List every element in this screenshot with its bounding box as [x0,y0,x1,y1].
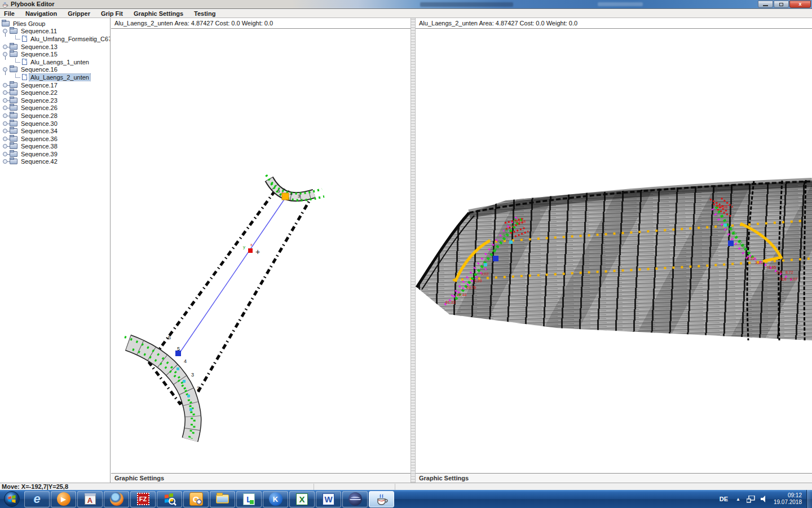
expand-handle-icon[interactable] [3,152,7,156]
plies-tree[interactable]: Plies Group Sequence.11 Alu_Umfang_Forms… [0,18,111,483]
blue-marker-right[interactable] [728,240,734,246]
menu-file[interactable]: File [0,10,21,17]
expand-handle-icon[interactable] [3,90,7,95]
top-mark-5: 5 [277,189,280,194]
menu-graphic-settings[interactable]: Graphic Settings [130,10,190,17]
taskbar-text-editor[interactable]: A [77,491,103,507]
titlebar[interactable]: Plybook Editor x [0,0,812,9]
show-desktop-button[interactable] [806,490,812,508]
tree-item-plies-group[interactable]: Plies Group [0,20,110,28]
tree-item-sequence-15[interactable]: Sequence.15 [0,50,110,58]
menu-gripper[interactable]: Gripper [64,10,97,17]
viewport-3d-canvas[interactable]: 83,84 9,02 9,99 69,76 47,44 81,33 44,08 … [416,29,812,473]
expand-handle-icon[interactable] [3,45,7,49]
tree-label: Sequence.39 [20,151,59,157]
volume-icon[interactable] [758,496,770,502]
tree-label: Alu_Laengs_1_unten [29,59,90,65]
tree-label: Sequence.28 [20,112,59,119]
tree-item-alu-laengs-2[interactable]: Alu_Laengs_2_unten [0,73,110,81]
network-icon[interactable] [744,496,758,503]
taskbar-outlook[interactable]: O [183,491,209,507]
tree-item-alu-laengs-1[interactable]: Alu_Laengs_1_unten [0,58,110,66]
expand-handle-icon[interactable] [3,144,7,148]
tree-label: Sequence.23 [20,97,59,104]
start-point-marker[interactable] [282,193,289,200]
graphic-settings-toggle-left[interactable]: Graphic Settings [111,473,411,483]
taskbar-media-player[interactable]: ▶ [51,491,76,507]
tree-item-sequence-22[interactable]: Sequence.22 [0,89,110,97]
tree-item-sequence-26[interactable]: Sequence.26 [0,104,110,112]
restore-button[interactable] [774,1,789,8]
window-title: Plybook Editor [11,0,55,8]
viewport-3d-mesh: Alu_Laengs_2_unten Area: 4.87427 Cost: 0… [416,18,812,483]
folder-icon [10,67,17,72]
red-label: 44,08 [718,205,728,209]
taskbar-word[interactable]: W [316,491,341,507]
expand-handle-icon[interactable] [3,98,7,103]
top-mark-4: 4 [290,191,293,196]
taskbar-explorer[interactable] [210,491,235,507]
taskbar-planning-tool[interactable]: L [236,491,262,507]
bottom-mark-5: 5 [177,346,180,352]
tree-item-sequence-23[interactable]: Sequence.23 [0,97,110,104]
word-icon: W [323,493,334,505]
origin-x-label: x [250,243,253,247]
tree-item-sequence-42[interactable]: Sequence.42 [0,158,110,166]
cyan-marker [183,380,186,383]
close-button[interactable]: x [789,1,811,8]
menu-navigation[interactable]: Navigation [21,10,64,17]
expand-handle-icon[interactable] [3,83,7,87]
minimize-button[interactable] [758,1,773,8]
taskbar-keepass[interactable]: K [263,491,288,507]
tree-item-sequence-16[interactable]: Sequence.16 [0,66,110,74]
viewport-2d-canvas[interactable]: 5 4 3 6 5 4 3 2 y [111,29,411,473]
menu-testing[interactable]: Testing [190,10,222,17]
folder-icon [10,136,17,142]
expand-handle-icon[interactable] [3,159,7,164]
tree-item-sequence-34[interactable]: Sequence.34 [0,127,110,135]
folder-icon [10,121,17,126]
taskbar-firefox[interactable] [104,491,129,507]
tree-item-alu-umfang[interactable]: Alu_Umfang_Formseitig_C67-IC66 [0,35,110,43]
collapse-handle-icon[interactable] [3,67,7,72]
expand-handle-icon[interactable] [3,106,7,110]
taskbar-windows-search[interactable] [157,491,182,507]
taskbar-excel[interactable]: X [289,491,315,507]
keepass-icon: K [269,492,283,506]
windows-search-icon [163,492,176,506]
expand-handle-icon[interactable] [3,113,7,118]
collapse-handle-icon[interactable] [3,52,7,56]
taskbar-java-plybook-editor-active[interactable] [369,491,394,507]
viewport-splitter[interactable] [411,18,416,483]
taskbar-internet-explorer[interactable]: e [24,491,50,507]
tree-label: Plies Group [12,20,46,27]
red-label: 9,02 [481,272,489,276]
graphic-settings-toggle-right[interactable]: Graphic Settings [416,473,812,483]
start-button[interactable] [0,491,24,507]
tree-label: Sequence.34 [20,128,59,134]
windows-start-orb-icon [3,491,20,507]
tree-item-sequence-38[interactable]: Sequence.38 [0,143,110,151]
clock[interactable]: 09:12 19.07.2018 [770,492,806,506]
statusbar: Move: X=-192,7|Y=25,8 [0,483,812,490]
menu-grip-fit[interactable]: Grip Fit [97,10,130,17]
tree-item-sequence-30[interactable]: Sequence.30 [0,120,110,128]
language-indicator[interactable]: DE [715,496,732,502]
tree-item-sequence-17[interactable]: Sequence.17 [0,81,110,89]
hidden-icons-chevron[interactable]: ▲ [732,497,744,502]
menubar: File Navigation Gripper Grip Fit Graphic… [0,10,812,18]
tree-item-sequence-11[interactable]: Sequence.11 [0,28,110,36]
tree-label: Alu_Umfang_Formseitig_C67-IC66 [29,36,111,42]
expand-handle-icon[interactable] [3,137,7,141]
collapse-handle-icon[interactable] [3,29,7,33]
tree-item-sequence-13[interactable]: Sequence.13 [0,43,110,51]
blue-marker-left[interactable] [493,256,498,261]
tree-item-sequence-28[interactable]: Sequence.28 [0,112,110,120]
tree-item-sequence-39[interactable]: Sequence.39 [0,150,110,158]
taskbar-filezilla[interactable]: FZ [130,491,156,507]
tree-item-sequence-36[interactable]: Sequence.36 [0,135,110,143]
expand-handle-icon[interactable] [3,121,7,126]
mouse-cursor-crosshair: + [255,247,260,256]
taskbar-eclipse[interactable] [342,491,368,507]
expand-handle-icon[interactable] [3,129,7,133]
